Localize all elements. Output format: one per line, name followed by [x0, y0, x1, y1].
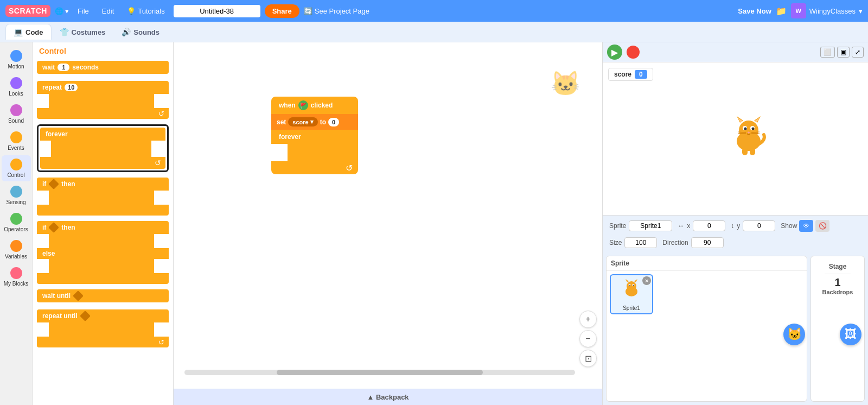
- wait-input[interactable]: 1: [58, 64, 69, 71]
- category-variables[interactable]: Variables: [2, 237, 31, 263]
- see-project-button[interactable]: 🔄 See Project Page: [304, 7, 369, 15]
- code-tab-icon: 💻: [14, 28, 23, 36]
- show-eye-button[interactable]: 👁: [799, 220, 813, 232]
- canvas-forever-label: forever: [279, 133, 301, 141]
- sound-dot: [10, 104, 22, 116]
- score-label: score: [614, 71, 631, 78]
- block-if-then[interactable]: if then: [37, 178, 169, 216]
- category-operators[interactable]: Operators: [2, 210, 31, 236]
- green-flag-button[interactable]: ▶: [607, 45, 622, 60]
- y-position-group: ↕ y: [731, 220, 775, 231]
- y-label-arrow: ↕: [731, 222, 734, 230]
- direction-input[interactable]: [691, 237, 724, 248]
- project-title-input[interactable]: [174, 5, 260, 17]
- add-backdrop-button[interactable]: 🖼: [840, 324, 861, 345]
- folder-icon[interactable]: 📁: [776, 6, 787, 16]
- motion-label: Motion: [8, 64, 24, 69]
- zoom-out-button[interactable]: −: [579, 330, 597, 347]
- right-panel: ▶ ⬜ ▣ ⤢ score 0: [602, 42, 868, 405]
- category-sensing[interactable]: Sensing: [2, 182, 31, 208]
- canvas-scroll-thumb: [277, 370, 483, 375]
- block-repeat[interactable]: repeat 10 ↺: [37, 81, 169, 119]
- then2-label: then: [61, 224, 75, 231]
- sprite-name-input[interactable]: [629, 220, 672, 231]
- sensing-dot: [10, 186, 22, 198]
- y-input[interactable]: [743, 220, 775, 231]
- myblocks-dot: [10, 267, 22, 279]
- category-events[interactable]: Events: [2, 128, 31, 154]
- canvas-code-blocks[interactable]: when 🚩 clicked set score ▾ to 0 forever: [271, 97, 358, 174]
- tab-sounds[interactable]: 🔊 Sounds: [113, 24, 168, 40]
- myblocks-label: My Blocks: [4, 281, 29, 287]
- canvas-to-label: to: [320, 118, 326, 126]
- category-motion[interactable]: Motion: [2, 47, 31, 73]
- user-menu[interactable]: W WiingyClasses ▾: [791, 3, 863, 18]
- else-label: else: [42, 250, 55, 257]
- canvas-flag-icon: 🚩: [298, 100, 308, 110]
- stage-normal-button[interactable]: ▣: [837, 47, 850, 58]
- fullscreen-button[interactable]: ⤢: [852, 47, 864, 58]
- edit-menu[interactable]: Edit: [98, 5, 118, 17]
- tutorials-button[interactable]: 💡 Tutorials: [123, 5, 169, 17]
- zoom-in-button[interactable]: +: [579, 311, 597, 328]
- tab-costumes[interactable]: 👕 Costumes: [52, 24, 114, 40]
- tab-code[interactable]: 💻 Code: [5, 24, 52, 40]
- stop-button[interactable]: [627, 46, 640, 59]
- category-myblocks[interactable]: My Blocks: [2, 264, 31, 290]
- stage-controls: ▶ ⬜ ▣ ⤢: [603, 42, 868, 62]
- sprite-card-sprite1[interactable]: ✕: [610, 274, 653, 314]
- block-if-then-else[interactable]: if then else: [37, 221, 169, 284]
- share-button[interactable]: Share: [265, 4, 299, 18]
- size-input[interactable]: [624, 237, 657, 248]
- canvas-content[interactable]: 🐱 when 🚩 clicked set score ▾ to: [174, 42, 602, 389]
- tabs-row: 💻 Code 👕 Costumes 🔊 Sounds: [0, 22, 868, 42]
- svg-point-1: [739, 121, 758, 140]
- then-label: then: [61, 180, 75, 188]
- if-label: if: [42, 180, 46, 188]
- hide-eye-button[interactable]: 🚫: [815, 220, 829, 232]
- repeat-input[interactable]: 10: [65, 84, 78, 91]
- user-chevron: ▾: [859, 7, 863, 15]
- x-input[interactable]: [693, 220, 725, 231]
- wait-seconds-label: seconds: [72, 64, 99, 71]
- block-wait-until[interactable]: wait until: [37, 289, 169, 304]
- x-label: ↔: [678, 222, 684, 230]
- variables-dot: [10, 240, 22, 252]
- save-now-button[interactable]: Save Now: [738, 7, 771, 15]
- zoom-fit-button[interactable]: ⊡: [579, 350, 597, 367]
- category-sound[interactable]: Sound: [2, 101, 31, 127]
- block-wait[interactable]: wait 1 seconds: [37, 61, 169, 75]
- add-sprite-icon: 🐱: [787, 327, 802, 341]
- unstage-button[interactable]: ⬜: [820, 47, 835, 58]
- canvas-score-dropdown[interactable]: score ▾: [288, 117, 317, 126]
- svg-marker-18: [626, 279, 629, 282]
- category-looks[interactable]: Looks: [2, 74, 31, 100]
- costumes-tab-icon: 👕: [60, 28, 69, 36]
- sprite-delete-button[interactable]: ✕: [642, 276, 651, 285]
- block-repeat-until[interactable]: repeat until ↺: [37, 309, 169, 347]
- block-forever[interactable]: forever ↺: [37, 124, 169, 172]
- category-control[interactable]: Control: [2, 155, 31, 181]
- blocks-header: Control: [37, 47, 169, 55]
- svg-rect-15: [742, 148, 748, 155]
- wait-label: wait: [42, 64, 55, 71]
- sensing-label: Sensing: [6, 199, 25, 205]
- operators-label: Operators: [4, 226, 28, 232]
- add-sprite-button[interactable]: 🐱: [783, 324, 805, 345]
- canvas-score-value[interactable]: 0: [328, 118, 339, 126]
- wait-until-condition: [73, 290, 84, 301]
- language-button[interactable]: 🌐 ▾: [55, 7, 69, 15]
- score-display: score 0: [608, 68, 653, 81]
- blocks-panel: Control wait 1 seconds repeat 10 ↺ forev…: [33, 42, 174, 405]
- svg-point-8: [744, 127, 746, 130]
- canvas-when-label: when: [279, 102, 296, 109]
- backpack-bar[interactable]: ▲ Backpack: [174, 389, 602, 405]
- backpack-expand-icon: ▲: [367, 393, 374, 401]
- score-value: 0: [635, 70, 647, 79]
- sprite-info-bar: Sprite ↔ x ↕ y Show 👁 🚫 Size: [603, 215, 868, 252]
- if2-label: if: [42, 224, 46, 231]
- sprite-label: Sprite: [609, 222, 626, 230]
- looks-label: Looks: [9, 91, 23, 97]
- file-menu[interactable]: File: [73, 5, 93, 17]
- canvas-scrollbar[interactable]: [184, 370, 575, 375]
